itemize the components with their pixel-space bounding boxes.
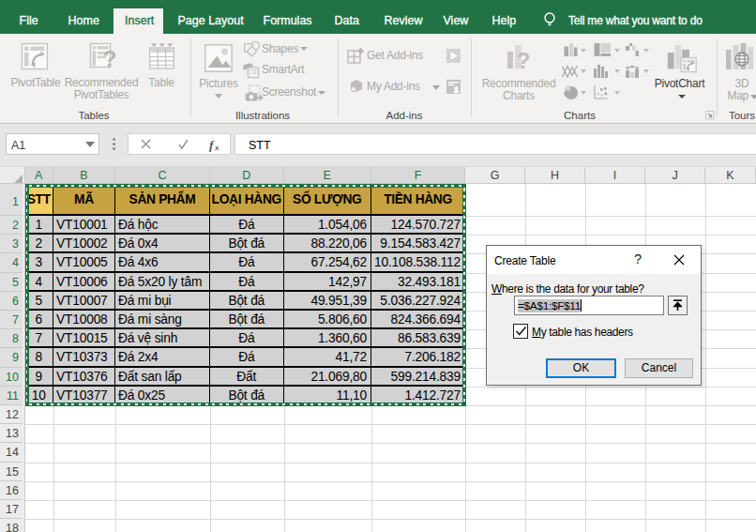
svg-text:?: ?: [517, 48, 531, 73]
svg-text:?: ?: [103, 46, 117, 71]
svg-text:x: x: [214, 143, 219, 152]
